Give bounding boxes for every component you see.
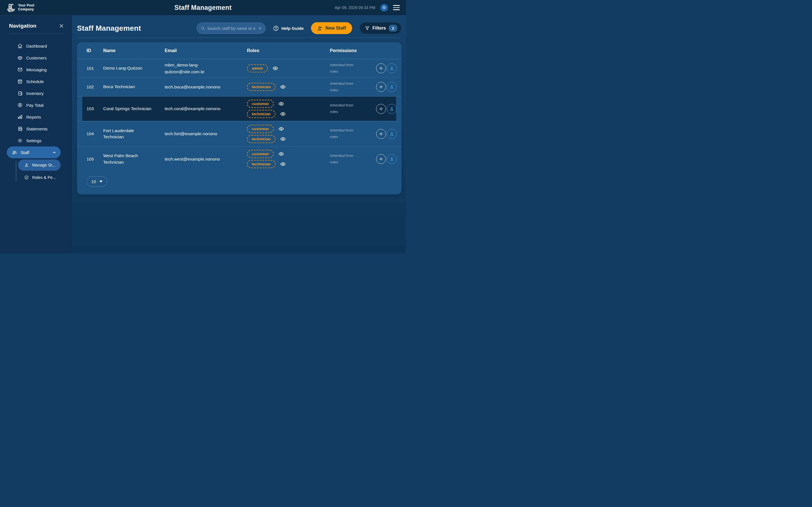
search-input-wrapper[interactable] [197, 22, 266, 34]
page-size-select[interactable]: 10 [87, 176, 107, 187]
role-badge-technician[interactable]: technician [247, 110, 275, 118]
col-header-email: Email [165, 48, 247, 53]
page-title: Staff Management [77, 24, 141, 33]
help-guide-label: Help Guide [282, 26, 304, 31]
view-role-eye-icon[interactable] [280, 111, 286, 117]
staff-profile-button[interactable] [387, 129, 397, 139]
home-icon [17, 43, 22, 48]
cell-actions [376, 104, 402, 114]
toolbar-divider [77, 38, 402, 38]
cell-name: Coral Springs Technician [103, 106, 154, 112]
cell-roles: customer technician [247, 125, 330, 143]
table-row[interactable]: 105 West Palm Beach Technician tech.west… [77, 147, 402, 172]
clipboard-icon [17, 91, 22, 96]
cell-name: West Palm Beach Technician [103, 153, 154, 165]
plus-icon [378, 157, 384, 161]
submenu-guide-line [16, 161, 16, 181]
sidebar-item-reports[interactable]: Reports [0, 111, 72, 123]
view-role-eye-icon[interactable] [280, 161, 286, 167]
person-icon [24, 163, 29, 167]
view-role-eye-icon[interactable] [278, 101, 284, 107]
add-role-button[interactable] [376, 104, 386, 114]
sidebar-item-dashboard[interactable]: Dashboard [0, 40, 72, 52]
brand-name: Your Pool Company [18, 4, 35, 11]
role-badge-customer[interactable]: customer [247, 150, 274, 158]
menu-icon[interactable] [393, 5, 400, 10]
sidebar-item-inventory[interactable]: Inventory [0, 87, 72, 99]
nav-list: Dashboard Customers Messaging Schedule I… [0, 40, 72, 147]
search-icon [201, 26, 205, 31]
clear-search-icon[interactable] [258, 26, 262, 30]
cell-name: Fort Lauderdale Technician [103, 128, 154, 140]
sidebar-item-statements[interactable]: Statements [0, 123, 72, 135]
role-badge-customer[interactable]: customer [247, 125, 274, 133]
cell-actions [376, 129, 402, 139]
sidebar-item-label: Dashboard [26, 44, 47, 48]
role-badge-technician[interactable]: technician [247, 83, 275, 91]
plus-icon [378, 131, 384, 136]
staff-profile-button[interactable] [387, 82, 397, 92]
view-role-eye-icon[interactable] [278, 151, 284, 157]
role-line: customer [247, 150, 330, 158]
calendar-icon [17, 79, 22, 84]
staff-icon [12, 150, 17, 155]
toolbar: Staff Management Help Guide New Staff Fi… [77, 19, 402, 37]
cell-roles: customer technician [247, 100, 330, 118]
add-role-button[interactable] [376, 129, 386, 139]
cell-email: tech.coral@example.nonono [165, 105, 230, 112]
table-row[interactable]: 104 Fort Lauderdale Technician tech.fort… [77, 121, 402, 147]
add-role-button[interactable] [376, 63, 386, 73]
role-line: customer [247, 100, 330, 108]
sidebar-divider [9, 34, 64, 34]
role-line: admin [247, 64, 330, 72]
view-role-eye-icon[interactable] [272, 65, 278, 71]
cell-actions [376, 154, 402, 164]
page-size-value: 10 [91, 179, 96, 184]
role-badge-technician[interactable]: technician [247, 135, 275, 143]
shield-icon [24, 175, 29, 180]
role-badge-admin[interactable]: admin [247, 64, 268, 72]
sidebar-item-settings[interactable]: Settings [0, 135, 72, 147]
sidebar-item-label: Staff [20, 150, 29, 155]
staff-profile-button[interactable] [387, 63, 397, 73]
sidebar-item-messaging[interactable]: Messaging [0, 64, 72, 75]
staff-profile-button[interactable] [387, 154, 397, 164]
sidebar-item-customers[interactable]: Customers [0, 52, 72, 64]
col-header-id: ID [87, 48, 103, 53]
search-input[interactable] [207, 26, 256, 31]
table-row[interactable]: 101 Demo Lang-Quitzon mbm_demo-lang-quit… [77, 59, 402, 78]
person-plus-icon [317, 25, 322, 31]
help-guide-button[interactable]: Help Guide [273, 25, 304, 31]
role-badge-technician[interactable]: technician [247, 160, 275, 168]
sidebar-item-label: Statements [26, 126, 48, 131]
sidebar-item-staff[interactable]: Staff [7, 147, 61, 158]
col-header-name: Name [103, 48, 165, 53]
cell-name: Demo Lang-Quitzon [103, 65, 154, 71]
view-role-eye-icon[interactable] [278, 126, 284, 132]
view-role-eye-icon[interactable] [280, 136, 286, 142]
sidebar: Navigation Dashboard Customers Messaging… [0, 15, 72, 253]
role-line: technician [247, 110, 330, 118]
person-icon [389, 107, 394, 111]
sidebar-item-pay-total[interactable]: Pay Total [0, 99, 72, 111]
filters-button[interactable]: Filters 2 [359, 22, 402, 34]
close-icon[interactable] [59, 23, 64, 29]
table-row[interactable]: 102 Boca Technician tech.boca@example.no… [77, 78, 402, 96]
new-staff-button[interactable]: New Staff [311, 22, 352, 34]
role-badge-customer[interactable]: customer [247, 100, 274, 108]
table-row[interactable]: 103 Coral Springs Technician tech.coral@… [77, 96, 402, 121]
staff-profile-button[interactable] [387, 104, 397, 114]
plus-icon [378, 107, 384, 111]
avatar[interactable]: O [380, 4, 388, 11]
add-role-button[interactable] [376, 154, 386, 164]
view-role-eye-icon[interactable] [280, 84, 286, 90]
add-role-button[interactable] [376, 82, 386, 92]
staff-table-card: ID Name Email Roles Permissions 101 Demo… [77, 42, 402, 194]
cell-email: tech.boca@example.nonono [165, 83, 230, 90]
dropdown-arrow-icon [99, 180, 103, 182]
cell-actions [376, 63, 402, 73]
sidebar-item-label: Reports [26, 115, 41, 119]
sidebar-item-schedule[interactable]: Schedule [0, 75, 72, 87]
sidebar-subitem-roles-pe[interactable]: Roles & Pe... [18, 172, 61, 183]
sidebar-subitem-manage-st[interactable]: Manage St... [18, 159, 61, 171]
